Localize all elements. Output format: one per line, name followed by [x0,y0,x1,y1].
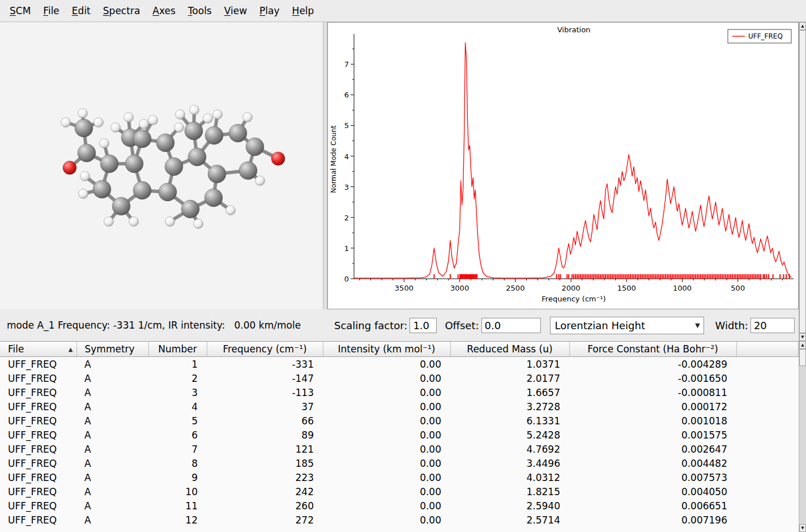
atom-H[interactable] [203,114,213,124]
atom-C[interactable] [188,148,206,166]
table-row[interactable]: UFF_FREQA92230.004.03120.007573 [0,470,799,484]
cell-number: 11 [148,499,207,513]
table-row[interactable]: UFF_FREQA102420.001.82150.004050 [0,484,799,499]
atom-C[interactable] [208,165,226,183]
atom-C[interactable] [133,181,151,199]
atom-C[interactable] [205,126,223,144]
scrollbar-thumb[interactable] [799,30,806,333]
menu-item-axes[interactable]: Axes [146,2,182,19]
table-row[interactable]: UFF_FREQA1-3310.001.0371-0.004289 [0,357,799,372]
svg-text:3: 3 [344,183,349,191]
column-header-symmetry[interactable]: Symmetry [76,342,148,357]
molecule-3d-view[interactable] [0,22,323,309]
column-header-intensity-km-mol[interactable]: Intensity (km mol⁻¹) [323,342,450,357]
panel-splitter[interactable] [323,22,327,309]
column-header-force-constant-ha-bohr[interactable]: Force Constant (Ha Bohr⁻²) [569,342,736,357]
atom-H[interactable] [129,217,139,227]
atom-H[interactable] [61,118,71,127]
atom-C[interactable] [204,189,223,207]
atom-C[interactable] [229,124,247,142]
atom-C[interactable] [93,180,111,198]
atom-C[interactable] [159,183,177,201]
atom-H[interactable] [139,120,149,129]
atom-C[interactable] [246,138,264,156]
table-row[interactable]: UFF_FREQA112600.002.59400.006651 [0,499,799,513]
menu-item-spectra[interactable]: Spectra [97,2,147,19]
table-scrollbar[interactable]: ▲ ▼ [799,341,806,532]
atom-H[interactable] [104,217,114,227]
scrollbar-thumb[interactable] [799,349,806,366]
table-row[interactable]: UFF_FREQA71210.004.76920.002647 [0,442,799,456]
width-input[interactable] [750,318,795,333]
column-header-reduced-mass-u[interactable]: Reduced Mass (u) [450,342,569,357]
chevron-down-icon[interactable]: ▼ [692,322,703,329]
menu-item-file[interactable]: File [37,2,65,19]
column-header-frequency-cm[interactable]: Frequency (cm⁻¹) [207,342,323,357]
atom-H[interactable] [174,123,184,133]
atom-H[interactable] [94,118,104,127]
offset-input[interactable] [481,318,541,333]
scroll-up-icon[interactable]: ▲ [799,341,806,349]
table-row[interactable]: UFF_FREQA122720.002.57140.007196 [0,513,799,527]
column-header-file[interactable]: ▲File [0,342,76,357]
menu-item-tools[interactable]: Tools [182,2,218,19]
atom-C[interactable] [181,200,199,218]
atom-C[interactable] [156,134,174,152]
atom-H[interactable] [194,219,203,229]
scroll-down-icon[interactable]: ▼ [799,524,806,532]
table-row[interactable]: UFF_FREQA4370.003.27280.000172 [0,399,799,414]
atom-H[interactable] [243,113,253,122]
atom-C[interactable] [100,155,118,173]
column-header-number[interactable]: Number [148,342,207,357]
atom-C[interactable] [75,119,93,137]
cell-symmetry: A [76,513,148,527]
atom-H[interactable] [80,172,90,181]
atom-C[interactable] [133,130,151,148]
atom-H[interactable] [148,116,158,125]
molecule-viewer-panel [0,22,323,309]
atom-H[interactable] [190,105,199,115]
atom-H[interactable] [100,139,109,148]
atom-C[interactable] [112,197,130,215]
menu-item-help[interactable]: Help [286,2,321,19]
scroll-up-icon[interactable]: ▲ [799,22,806,30]
atom-H[interactable] [165,217,175,227]
atom-H[interactable] [124,113,134,122]
table-row[interactable]: UFF_FREQA3-1130.001.6657-0.000811 [0,385,799,399]
atom-O[interactable] [63,161,76,175]
scaling-factor-input[interactable] [410,318,437,333]
atom-H[interactable] [78,109,88,118]
atom-C[interactable] [78,144,96,162]
cell-intensity-km-mol: 0.00 [323,470,450,484]
scroll-down-icon[interactable]: ▼ [799,333,806,341]
cell-file: UFF_FREQ [0,456,76,470]
cell-symmetry: A [76,371,148,385]
atom-C[interactable] [185,122,203,140]
atom-H[interactable] [111,123,121,133]
atom-C[interactable] [125,155,143,173]
table-row[interactable]: UFF_FREQA2-1470.002.0177-0.001650 [0,371,799,385]
table-row[interactable]: UFF_FREQA6890.005.24280.001575 [0,428,799,442]
cell-number: 9 [148,470,207,484]
atom-H[interactable] [226,206,236,215]
atom-H[interactable] [79,189,88,199]
atom-H[interactable] [176,110,185,120]
atom-H[interactable] [213,110,223,120]
vibration-spectrum-chart[interactable]: 35003000250020001500100050001234567Vibra… [328,23,798,309]
cell-reduced-mass-u: 3.4496 [450,456,569,470]
atom-C[interactable] [239,161,257,180]
menu-item-play[interactable]: Play [253,2,285,19]
atom-C[interactable] [165,158,183,176]
menu-item-edit[interactable]: Edit [66,2,97,19]
menu-item-scm[interactable]: SCM [3,2,37,19]
lineshape-select[interactable]: Lorentzian Height ▼ [550,317,704,334]
table-row[interactable]: UFF_FREQA81850.003.44960.004482 [0,456,799,470]
plot-scrollbar[interactable]: ▲ ▼ [799,22,806,341]
scrollbar-track [799,30,806,333]
cell-number: 5 [148,414,207,428]
atom-O[interactable] [271,152,285,165]
menu-item-view[interactable]: View [218,2,253,19]
svg-text:Frequency (cm⁻¹): Frequency (cm⁻¹) [541,295,605,303]
atom-H[interactable] [255,176,265,186]
table-row[interactable]: UFF_FREQA5660.006.13310.001018 [0,414,799,428]
